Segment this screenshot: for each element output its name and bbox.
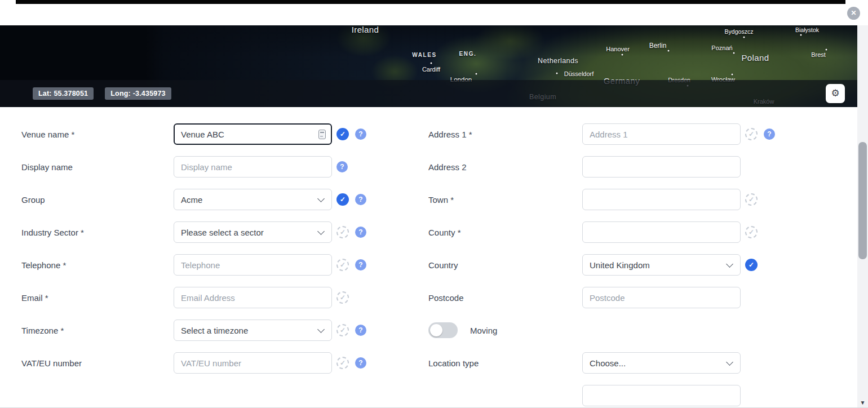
map-label-bydgoszcz: Bydgoszcz [725,28,754,35]
form-row-county: County *✓ [428,221,823,243]
map-label-brest: Brest [811,51,826,58]
field-label-address-1: Address 1 * [428,130,582,139]
venue-edit-dialog: ✕ IrelandWALESENG.CardiffLondonNetherlan… [0,0,868,408]
form-row-postcode: Postcode [428,287,823,308]
address-2-input[interactable] [582,156,741,178]
vat-eu-number-input[interactable] [174,352,332,374]
validation-check-icon: ✓ [336,291,349,304]
industry-sector-selected-value: Please select a sector [181,228,264,237]
window-top-edge [16,0,845,4]
partial-input[interactable] [582,385,741,406]
map-label-hanover: Hanover [606,46,630,52]
dialog-topbar: ✕ [0,0,868,25]
form-row-venue-name: Venue name *✓? [21,123,405,145]
chevron-down-icon [317,228,325,235]
map-label-poland: Poland [741,53,769,63]
address-1-input[interactable] [582,123,741,145]
postcode-input[interactable] [582,287,741,308]
help-icon[interactable]: ? [764,128,775,140]
location-type-select[interactable]: Choose... [582,352,741,374]
email-input-wrap [174,287,332,308]
map-city-dot [556,73,558,74]
validation-check-icon: ✓ [336,324,349,336]
help-icon[interactable]: ? [355,259,366,270]
validation-check-icon: ✓ [745,259,758,271]
field-status-icons: ✓ [336,291,349,304]
map-label-pozna: Poznań [711,45,732,51]
field-label-town: Town * [428,195,582,205]
field-status-icons: ✓? [336,128,366,140]
map-label-netherlands: Netherlands [538,57,578,65]
map-city-dot [826,49,827,51]
map-city-dot [743,37,745,38]
field-status-icons: ✓ [745,226,758,238]
location-type-selected-value: Choose... [590,358,626,368]
form-row-partial [428,385,823,406]
map-city-dot [476,73,477,75]
address-2-input-wrap [582,156,741,178]
help-icon[interactable]: ? [355,325,366,336]
text-field-icon [318,130,326,139]
telephone-input[interactable] [174,254,332,276]
county-input-wrap [582,221,741,243]
scrollbar-thumb[interactable] [858,142,867,259]
county-input[interactable] [582,221,741,243]
map-canvas[interactable]: IrelandWALESENG.CardiffLondonNetherlands… [0,25,857,107]
close-icon: ✕ [851,9,856,17]
validation-check-icon: ✓ [745,193,758,206]
help-icon[interactable]: ? [355,194,366,205]
group-select[interactable]: Acme [174,189,332,210]
country-select[interactable]: United Kingdom [582,254,741,276]
vat-eu-number-input-wrap [174,352,332,374]
venue-name-input[interactable] [174,123,332,145]
field-status-icons: ✓ [745,259,758,271]
validation-check-icon: ✓ [745,128,758,140]
form-row-country: CountryUnited Kingdom✓ [428,254,823,276]
map-city-dot [733,52,735,54]
town-input[interactable] [582,189,741,210]
form-row-town: Town *✓ [428,189,823,210]
validation-check-icon: ✓ [336,226,349,238]
scrollbar[interactable]: ▼ [857,25,868,408]
map-city-dot [800,34,802,36]
validation-check-icon: ✓ [336,357,349,369]
form-column-left: Venue name *✓?Display name?GroupAcme✓?In… [21,107,405,385]
field-status-icons: ✓ [745,193,758,206]
display-name-input[interactable] [174,156,332,178]
help-icon[interactable]: ? [336,161,348,172]
field-status-icons: ✓? [336,226,366,238]
help-icon[interactable]: ? [355,357,366,369]
field-status-icons: ✓? [336,259,366,271]
close-button[interactable]: ✕ [847,7,860,20]
email-input[interactable] [174,287,332,308]
gear-icon: ⚙ [831,88,839,99]
partial-input-wrap [428,385,741,406]
map-label-dsseldorf: Düsseldorf [564,70,594,77]
map-settings-button[interactable]: ⚙ [826,84,845,103]
timezone-select[interactable]: Select a timezone [174,320,332,341]
map-label-berlin: Berlin [649,42,667,50]
help-icon[interactable]: ? [355,128,366,140]
scroll-down-arrow[interactable]: ▼ [857,398,868,407]
industry-sector-select[interactable]: Please select a sector [174,221,332,243]
map-label-eng: ENG. [459,51,477,57]
field-label-group: Group [21,195,174,205]
moving-toggle[interactable] [428,322,458,338]
help-icon[interactable]: ? [355,227,366,238]
form-row-address-1: Address 1 *✓? [428,123,823,145]
telephone-input-wrap [174,254,332,276]
validation-check-icon: ✓ [336,128,349,140]
field-label-display-name: Display name [21,162,174,172]
map-city-dot [431,63,432,64]
form-row-location-type: Location typeChoose... [428,352,823,374]
field-status-icons: ✓? [336,193,366,206]
field-label-moving: Moving [470,326,497,335]
field-status-icons: ✓? [745,128,775,140]
map-label-wales: WALES [412,52,437,58]
chevron-down-icon [317,326,325,333]
longitude-badge: Long: -3.435973 [105,87,171,100]
map-city-dot [622,54,623,56]
town-input-wrap [582,189,741,210]
form-row-display-name: Display name? [21,156,405,178]
form-row-vat-eu-number: VAT/EU number✓? [21,352,405,374]
